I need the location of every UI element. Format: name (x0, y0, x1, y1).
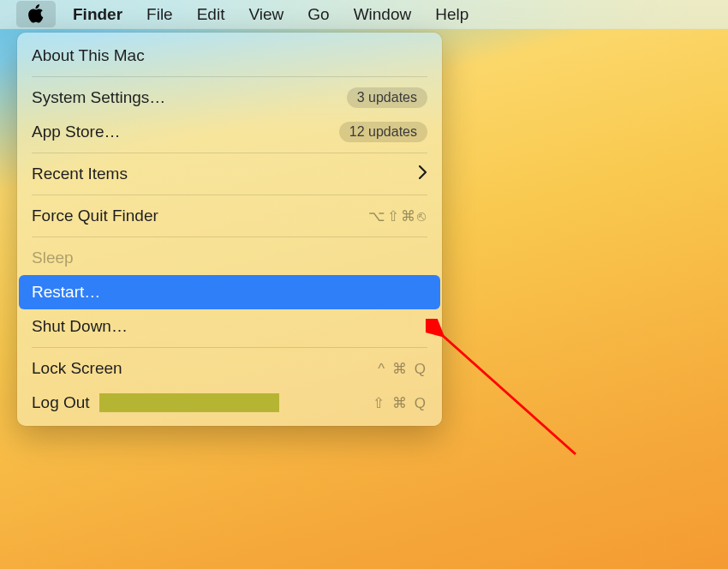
menubar: Finder File Edit View Go Window Help (0, 0, 728, 29)
menubar-edit[interactable]: Edit (185, 1, 237, 28)
menu-label: Shut Down… (32, 317, 128, 336)
updates-badge: 12 updates (339, 122, 427, 142)
annotation-arrow-icon (426, 319, 597, 473)
menu-separator (32, 347, 427, 348)
apple-menu-icon[interactable] (16, 1, 56, 27)
menu-label: Sleep (32, 249, 74, 267)
menubar-go[interactable]: Go (295, 1, 341, 28)
svg-line-0 (441, 334, 576, 454)
menu-system-settings[interactable]: System Settings… 3 updates (17, 81, 442, 115)
menu-separator (32, 153, 427, 153)
menu-label: System Settings… (32, 88, 165, 107)
menu-log-out[interactable]: Log Out ⇧ ⌘ Q (17, 386, 442, 420)
menubar-view[interactable]: View (236, 1, 295, 28)
apple-menu-dropdown: About This Mac System Settings… 3 update… (17, 33, 442, 426)
menubar-window[interactable]: Window (342, 1, 424, 28)
menu-sleep: Sleep (17, 241, 442, 275)
menu-label: Lock Screen (32, 359, 122, 378)
menu-label: Log Out (32, 393, 90, 411)
keyboard-shortcut: ⌥⇧⌘⎋ (368, 207, 427, 225)
menu-label: Force Quit Finder (32, 207, 158, 225)
menu-label: App Store… (32, 123, 121, 141)
chevron-right-icon (419, 165, 427, 183)
keyboard-shortcut: ^ ⌘ Q (378, 360, 427, 378)
menu-restart[interactable]: Restart… (19, 275, 440, 309)
menu-app-store[interactable]: App Store… 12 updates (17, 115, 442, 149)
menu-label: About This Mac (32, 46, 145, 65)
menubar-help[interactable]: Help (423, 1, 480, 28)
menu-lock-screen[interactable]: Lock Screen ^ ⌘ Q (17, 351, 442, 386)
menu-label: Recent Items (32, 165, 128, 183)
menu-shut-down[interactable]: Shut Down… (17, 309, 442, 344)
menu-force-quit[interactable]: Force Quit Finder ⌥⇧⌘⎋ (17, 199, 442, 233)
menu-separator (32, 237, 427, 237)
menu-separator (32, 195, 427, 195)
menubar-finder[interactable]: Finder (61, 1, 134, 28)
menubar-file[interactable]: File (134, 1, 185, 28)
updates-badge: 3 updates (347, 87, 427, 108)
redacted-username (99, 393, 279, 412)
menu-about-this-mac[interactable]: About This Mac (17, 39, 442, 73)
keyboard-shortcut: ⇧ ⌘ Q (373, 394, 427, 412)
menu-separator (32, 76, 427, 77)
menu-label: Restart… (32, 283, 100, 302)
menu-recent-items[interactable]: Recent Items (17, 157, 442, 191)
